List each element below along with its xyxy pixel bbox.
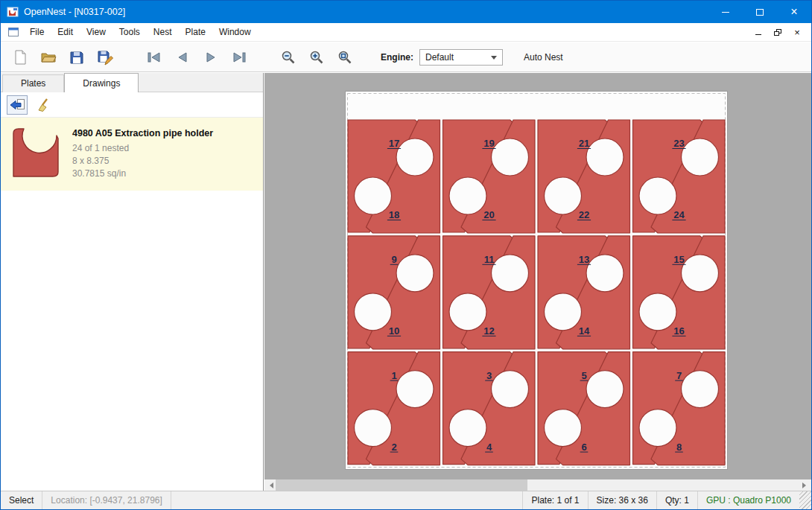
part-notch — [492, 371, 529, 408]
mdi-minimize-button[interactable] — [750, 25, 767, 39]
plate: 171819202122232491011121314151612345678 — [345, 91, 728, 470]
menu-item-plate[interactable]: Plate — [179, 24, 212, 40]
nest-pair: 2122 — [538, 120, 630, 233]
open-button[interactable] — [37, 45, 60, 69]
save-button[interactable] — [65, 45, 89, 69]
nest-pair: 1314 — [538, 236, 630, 349]
nest-pair: 34 — [443, 352, 536, 465]
part-notch — [586, 371, 624, 408]
menu-item-edit[interactable]: Edit — [51, 24, 80, 40]
minimize-icon — [722, 12, 729, 13]
menu-item-window[interactable]: Window — [212, 24, 258, 40]
menu-item-file[interactable]: File — [23, 24, 51, 40]
nav-next-button[interactable] — [199, 45, 223, 69]
scrollbar-thumb[interactable] — [276, 479, 527, 491]
nest-canvas[interactable]: 171819202122232491011121314151612345678 — [264, 73, 811, 491]
mdi-child-icon — [8, 28, 19, 36]
part-number: 5 — [581, 370, 586, 381]
tab-plates[interactable]: Plates — [2, 74, 64, 92]
import-drawing-icon — [9, 98, 25, 112]
part-number: 11 — [484, 254, 495, 265]
nest-pair: 1718 — [348, 120, 440, 233]
part-notch — [682, 255, 719, 292]
part-number: 15 — [673, 254, 684, 265]
mdi-minimize-icon — [755, 34, 761, 35]
auto-nest-button[interactable]: Auto Nest — [518, 48, 569, 66]
nav-first-button[interactable] — [142, 45, 166, 69]
zoom-fit-icon — [337, 50, 352, 65]
nest-pair: 910 — [348, 236, 440, 349]
part-notch — [449, 409, 486, 447]
maximize-button[interactable] — [743, 1, 777, 23]
part-number: 13 — [579, 254, 589, 265]
part-number: 1 — [391, 370, 396, 381]
last-arrow-icon — [231, 51, 247, 63]
menu-item-tools[interactable]: Tools — [112, 24, 147, 40]
part-number: 10 — [389, 325, 399, 337]
part-notch — [492, 138, 529, 176]
close-button[interactable]: × — [777, 1, 811, 23]
engine-value: Default — [425, 52, 454, 63]
save-edit-icon — [97, 49, 113, 66]
app-icon — [7, 6, 19, 18]
mdi-close-button[interactable]: × — [789, 25, 805, 39]
minimize-button[interactable] — [708, 1, 743, 23]
part-notch — [396, 371, 434, 408]
clear-button[interactable] — [34, 95, 54, 115]
zoom-in-button[interactable] — [305, 45, 329, 69]
drawing-title: 4980 A05 Extraction pipe holder — [72, 128, 213, 138]
part-number: 2 — [391, 442, 396, 453]
nest-pair: 1920 — [443, 120, 536, 233]
tab-drawings[interactable]: Drawings — [64, 73, 139, 92]
part-notch — [449, 177, 486, 214]
part-notch — [492, 255, 529, 292]
zoom-fit-button[interactable] — [333, 45, 357, 69]
menu-bar: File Edit View Tools Nest Plate Window × — [1, 23, 811, 42]
import-drawing-button[interactable] — [7, 95, 28, 115]
maximize-icon — [756, 9, 764, 16]
part-number: 24 — [673, 209, 685, 220]
app-logo-icon — [7, 6, 19, 18]
close-icon: × — [790, 6, 797, 18]
resize-grip[interactable] — [799, 491, 811, 509]
next-arrow-icon — [203, 51, 219, 63]
drawing-info: 4980 A05 Extraction pipe holder 24 of 1 … — [72, 127, 213, 180]
part-number: 21 — [579, 138, 589, 149]
menu-item-view[interactable]: View — [80, 24, 112, 40]
broom-icon — [37, 98, 51, 112]
scroll-right-icon — [802, 482, 809, 488]
part-notch — [396, 138, 434, 176]
status-qty: Qty: 1 — [657, 491, 697, 509]
part-number: 14 — [579, 325, 590, 337]
nest-pair: 2324 — [633, 120, 726, 233]
status-size: Size: 36 x 36 — [589, 491, 656, 509]
mdi-restore-icon — [774, 29, 781, 36]
part-number: 16 — [673, 325, 684, 337]
new-button[interactable] — [8, 45, 32, 69]
part-notch — [639, 177, 676, 214]
scroll-right-button[interactable] — [800, 479, 811, 491]
status-mode: Select — [1, 491, 42, 509]
part-notch — [355, 409, 392, 447]
nav-prev-button[interactable] — [171, 45, 194, 69]
mdi-window-buttons: × — [750, 25, 811, 39]
part-number: 23 — [673, 138, 684, 149]
side-panel: Plates Drawings 4980 A05 Ext — [1, 73, 264, 491]
part-number: 3 — [486, 370, 492, 381]
new-document-icon — [12, 49, 28, 66]
menu-item-nest[interactable]: Nest — [147, 24, 179, 40]
drawing-size: 8 x 8.375 — [72, 155, 213, 168]
save-as-button[interactable] — [93, 45, 117, 69]
drawing-list-item[interactable]: 4980 A05 Extraction pipe holder 24 of 1 … — [1, 118, 263, 191]
part-notch — [355, 293, 392, 331]
scroll-left-button[interactable] — [264, 479, 276, 491]
horizontal-scrollbar[interactable] — [264, 479, 811, 491]
mdi-restore-button[interactable] — [770, 25, 786, 39]
nav-last-button[interactable] — [227, 45, 251, 69]
part-number: 6 — [581, 442, 586, 453]
part-number: 4 — [486, 442, 492, 453]
part-number: 12 — [483, 325, 494, 337]
engine-select[interactable]: Default — [419, 49, 503, 66]
zoom-out-button[interactable] — [276, 45, 300, 69]
chevron-down-icon — [491, 56, 497, 63]
